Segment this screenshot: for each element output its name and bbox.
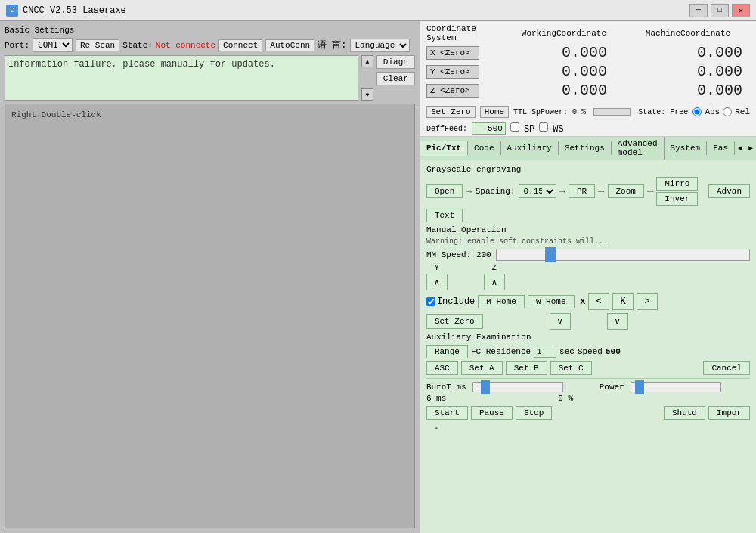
canvas-hint: Right.Double-click xyxy=(11,110,101,119)
action-row: Start Pause Stop Shutd Impor xyxy=(426,406,750,420)
y-down-button[interactable]: ∨ xyxy=(550,313,571,330)
burn-t-slider[interactable] xyxy=(472,382,563,392)
pause-button[interactable]: Pause xyxy=(471,406,513,420)
language-select[interactable]: Language xyxy=(350,39,410,52)
x-zero-button[interactable]: X <Zero> xyxy=(426,46,479,60)
x-right-button[interactable]: > xyxy=(637,293,658,310)
invert-button[interactable]: Inver xyxy=(656,192,698,206)
x-left-button[interactable]: < xyxy=(588,293,609,310)
z-axis-label: Z xyxy=(492,264,497,272)
sp-checkbox[interactable] xyxy=(510,122,519,132)
tab-fas[interactable]: Fas xyxy=(707,141,735,155)
tab-pic-txt[interactable]: Pic/Txt xyxy=(420,141,468,156)
m-home-button[interactable]: M Home xyxy=(478,295,525,308)
burn-row2: 6 ms 0 % xyxy=(426,394,750,403)
y-up-button[interactable]: ∧ xyxy=(426,274,448,290)
text-button[interactable]: Text xyxy=(426,209,463,222)
state-free-label: State: Free xyxy=(638,108,688,116)
info-buttons: Diagn Clear xyxy=(376,55,415,101)
autoconn-button[interactable]: AutoConn xyxy=(265,39,314,51)
title-bar: C CNCC V2.53 Laseraxe ─ □ ✕ xyxy=(0,0,756,21)
tab-advanced-model[interactable]: Advanced model xyxy=(612,137,665,160)
w-home-button[interactable]: W Home xyxy=(528,295,575,308)
window-controls: ─ □ ✕ xyxy=(689,4,750,17)
range-button[interactable]: Range xyxy=(426,345,468,358)
ttl-label: TTL SpPower: 0 % xyxy=(513,108,586,116)
title-bar-left: C CNCC V2.53 Laseraxe xyxy=(6,5,126,17)
info-textarea: Information failure, please manually for… xyxy=(5,55,358,101)
lang-prefix: 语 言: xyxy=(318,39,346,51)
stop-button[interactable]: Stop xyxy=(516,406,552,420)
arrow1: → xyxy=(466,185,472,197)
mirror-button[interactable]: Mirro xyxy=(656,177,698,191)
scroll-up-arrow[interactable]: ▲ xyxy=(361,55,373,67)
deffeed-input[interactable] xyxy=(472,122,506,135)
include-label: Include xyxy=(426,296,475,307)
maximize-button[interactable]: □ xyxy=(711,4,729,17)
tab-prev-arrow[interactable]: ◄ xyxy=(735,143,745,154)
arrow2: → xyxy=(559,185,565,197)
ws-checkbox[interactable] xyxy=(539,122,548,132)
speed-label: MM Speed: 200 xyxy=(426,250,491,259)
clear-button[interactable]: Clear xyxy=(376,72,415,85)
y-zero-button[interactable]: Y <Zero> xyxy=(426,65,479,79)
diagn-button[interactable]: Diagn xyxy=(376,55,415,69)
set-b-button[interactable]: Set B xyxy=(506,361,547,375)
y-working-value: 0.000 xyxy=(479,63,615,80)
state-value: Not connecte xyxy=(156,41,215,50)
scroll-down-arrow[interactable]: ▼ xyxy=(361,88,373,101)
working-coord-label: WorkingCoordinate xyxy=(502,29,626,38)
cancel-button[interactable]: Cancel xyxy=(703,361,750,375)
spacing-label: Spacing: xyxy=(476,187,516,196)
rescan-button[interactable]: Re Scan xyxy=(76,39,119,51)
rel-label: Rel xyxy=(735,107,750,116)
tab-auxiliary[interactable]: Auxiliary xyxy=(501,141,559,155)
main-container: Basic Settings Port: COM1 Re Scan State:… xyxy=(0,21,756,533)
fc-residence-label: FC Residence xyxy=(471,347,531,356)
y-machine-value: 0.000 xyxy=(615,63,750,80)
open-button[interactable]: Open xyxy=(426,184,463,198)
advan-button[interactable]: Advan xyxy=(708,184,750,198)
include-checkbox[interactable] xyxy=(426,297,435,306)
include-row: Include M Home W Home X < K > xyxy=(426,293,750,310)
abs-radio[interactable] xyxy=(692,107,702,116)
power-slider[interactable] xyxy=(631,382,721,392)
z-up-button[interactable]: ∧ xyxy=(484,274,505,290)
shutd-button[interactable]: Shutd xyxy=(664,406,705,420)
z-down-button[interactable]: ∨ xyxy=(607,313,628,330)
tab-next-arrow[interactable]: ► xyxy=(745,143,756,154)
tabs: Pic/Txt Code Auxiliary Settings Advanced… xyxy=(420,137,756,160)
set-a-button[interactable]: Set A xyxy=(461,361,503,375)
z-zero-button[interactable]: Z <Zero> xyxy=(426,84,479,98)
pr-button[interactable]: PR xyxy=(569,184,595,198)
impor-button[interactable]: Impor xyxy=(708,406,750,420)
minimize-button[interactable]: ─ xyxy=(689,4,708,17)
set-zero-button[interactable]: Set Zero xyxy=(426,106,476,118)
tab-system[interactable]: System xyxy=(665,141,708,155)
asc-button[interactable]: ASC xyxy=(426,361,458,375)
tab-settings[interactable]: Settings xyxy=(559,141,612,155)
port-label: Port: xyxy=(5,41,29,50)
bottom-dot: · xyxy=(426,420,750,438)
home-button[interactable]: Home xyxy=(480,106,509,118)
rel-radio[interactable] xyxy=(723,107,732,116)
connect-button[interactable]: Connect xyxy=(218,39,262,51)
speed-slider[interactable] xyxy=(496,249,750,261)
zoom-button[interactable]: Zoom xyxy=(608,184,644,198)
power-value: 0 % xyxy=(558,394,573,403)
spacing-select[interactable]: 0.15 xyxy=(519,184,556,198)
port-select[interactable]: COM1 xyxy=(33,38,73,52)
tab-code[interactable]: Code xyxy=(468,141,500,155)
set-c-button[interactable]: Set C xyxy=(550,361,592,375)
aux-row2: ASC Set A Set B Set C Cancel xyxy=(426,361,750,375)
warning-text: Warning: enable soft constraints will... xyxy=(426,237,750,246)
start-button[interactable]: Start xyxy=(426,406,468,420)
manual-set-zero-button[interactable]: Set Zero xyxy=(426,314,483,329)
fc-value-input[interactable] xyxy=(534,346,556,358)
grayscale-row: Open → Spacing: 0.15 → PR → Zoom → Mirro… xyxy=(426,177,750,206)
speed-label-aux: Speed xyxy=(578,347,603,356)
canvas-area[interactable]: Right.Double-click xyxy=(5,104,415,528)
y-axis-row: Y <Zero> 0.000 0.000 xyxy=(426,63,750,80)
close-button[interactable]: ✕ xyxy=(732,4,750,17)
x-center-button[interactable]: K xyxy=(612,293,634,310)
